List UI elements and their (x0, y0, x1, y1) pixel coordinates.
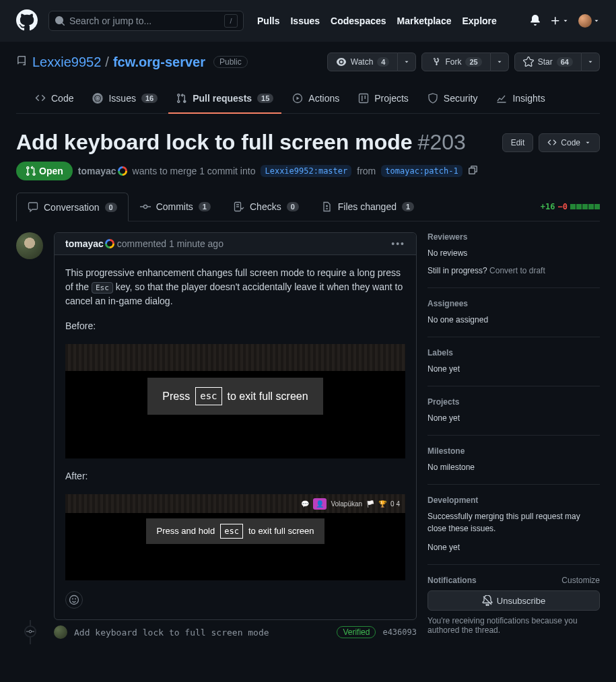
labels-text: None yet (427, 363, 600, 375)
labels-heading[interactable]: Labels (427, 348, 600, 357)
projects-heading[interactable]: Projects (427, 397, 600, 407)
code-icon (547, 138, 557, 147)
pr-title: Add keyboard lock to full screen mode #2… (16, 130, 502, 155)
svg-point-8 (29, 630, 32, 633)
caret-down-icon (584, 139, 591, 146)
convert-to-draft-link[interactable]: Convert to draft (489, 266, 545, 275)
commit-author-avatar[interactable] (54, 625, 67, 639)
search-input[interactable]: Search or jump to... / (48, 11, 244, 31)
fork-dropdown[interactable] (491, 53, 509, 71)
issue-icon (92, 93, 103, 104)
caret-down-icon (593, 18, 600, 24)
google-logo-icon (105, 239, 114, 248)
tab-code[interactable]: Code (27, 88, 81, 113)
pr-state-badge: Open (16, 162, 73, 180)
create-new-button[interactable] (550, 15, 569, 26)
star-button[interactable]: Star 64 (514, 53, 582, 71)
reviewers-heading[interactable]: Reviewers (427, 232, 600, 242)
verified-badge[interactable]: Verified (337, 626, 376, 638)
pull-request-icon (26, 166, 36, 176)
development-text: Successfully merging this pull request m… (427, 510, 600, 535)
notifications-icon[interactable] (530, 15, 541, 28)
bell-slash-icon (482, 595, 493, 606)
assignees-text: No one assigned (427, 314, 600, 326)
after-screenshot[interactable]: 💬 👤 Volapükan 🏳️ 🏆 0 4 Press and hold (65, 494, 405, 580)
star-label: Star (538, 57, 553, 67)
development-heading[interactable]: Development (427, 496, 600, 505)
repo-separator: / (105, 55, 109, 70)
code-button[interactable]: Code (539, 133, 600, 152)
caret-down-icon (562, 18, 569, 24)
nav-codespaces[interactable]: Codespaces (331, 15, 386, 26)
tab-insights[interactable]: Insights (488, 88, 553, 113)
fork-count: 25 (465, 57, 481, 67)
comment-author-avatar[interactable] (16, 232, 43, 259)
svg-point-5 (70, 596, 79, 605)
assignees-heading[interactable]: Assignees (427, 299, 600, 308)
customize-link[interactable]: Customize (561, 576, 600, 585)
svg-point-3 (143, 205, 147, 209)
edit-button[interactable]: Edit (502, 133, 534, 152)
tab-pull-requests[interactable]: Pull requests 15 (168, 88, 281, 113)
chat-bubble-icon: 💬 (301, 499, 309, 509)
milestone-heading[interactable]: Milestone (427, 446, 600, 456)
repo-owner-link[interactable]: Lexxie9952 (32, 55, 101, 70)
commit-sha[interactable]: e436093 (382, 627, 417, 637)
tab-projects[interactable]: Projects (350, 88, 417, 113)
nav-pulls[interactable]: Pulls (257, 15, 279, 26)
development-none: None yet (427, 541, 600, 553)
pr-tab-checks[interactable]: Checks 0 (222, 193, 310, 221)
github-logo-icon[interactable] (16, 9, 38, 33)
pr-tab-files[interactable]: Files changed 1 (310, 193, 425, 221)
play-icon (292, 93, 303, 104)
issues-count: 16 (141, 94, 158, 103)
comment-timestamp[interactable]: 1 minute ago (169, 238, 224, 249)
nav-marketplace[interactable]: Marketplace (397, 15, 452, 26)
commit-icon (140, 201, 151, 212)
watch-button[interactable]: Watch 4 (327, 53, 399, 71)
after-label: After: (65, 469, 405, 483)
copy-icon[interactable] (468, 165, 479, 178)
commit-timeline-marker (24, 625, 36, 638)
svg-point-6 (72, 599, 73, 600)
before-screenshot[interactable]: Press esc to exit full screen (65, 344, 405, 458)
watch-dropdown[interactable] (398, 53, 416, 71)
smiley-icon (69, 594, 79, 605)
pr-author-link[interactable]: tomayac (78, 166, 127, 176)
google-logo-icon (118, 166, 127, 176)
commit-message[interactable]: Add keyboard lock to full screen mode (74, 627, 330, 638)
before-label: Before: (65, 319, 405, 333)
unsubscribe-button[interactable]: Unsubscribe (427, 590, 600, 611)
user-menu[interactable] (578, 14, 600, 28)
pr-tab-conversation[interactable]: Conversation 0 (16, 193, 129, 221)
shield-icon (427, 93, 438, 104)
nav-issues[interactable]: Issues (290, 15, 320, 26)
visibility-badge: Public (213, 56, 248, 68)
pr-tab-commits[interactable]: Commits 1 (129, 193, 222, 221)
star-dropdown[interactable] (582, 53, 600, 71)
code-icon (35, 93, 46, 104)
comment-author-link[interactable]: tomayac (65, 238, 114, 249)
project-icon (358, 93, 369, 104)
nav-explore[interactable]: Explore (462, 15, 496, 26)
pull-request-icon (176, 93, 187, 104)
eye-icon (336, 57, 347, 67)
comment-paragraph: This progressive enhancement changes ful… (65, 266, 405, 308)
base-branch[interactable]: Lexxie9952:master (261, 165, 351, 177)
projects-text: None yet (427, 412, 600, 424)
add-reaction-button[interactable] (65, 591, 83, 609)
esc-key: Esc (92, 282, 113, 294)
fork-button[interactable]: Fork 25 (421, 53, 490, 71)
repo-name-link[interactable]: fcw.org-server (113, 55, 205, 70)
tab-actions[interactable]: Actions (284, 88, 347, 113)
search-placeholder: Search or jump to... (69, 15, 151, 26)
head-branch[interactable]: tomayac:patch-1 (381, 165, 462, 177)
notifications-heading: Notifications Customize (427, 576, 600, 585)
tab-security[interactable]: Security (419, 88, 486, 113)
tab-issues[interactable]: Issues 16 (84, 88, 166, 113)
svg-point-0 (96, 97, 99, 100)
watch-label: Watch (351, 57, 374, 67)
notification-reason: You're receiving notifications because y… (427, 616, 600, 635)
user-avatar (578, 14, 592, 28)
comment-menu-button[interactable]: ••• (391, 238, 405, 249)
